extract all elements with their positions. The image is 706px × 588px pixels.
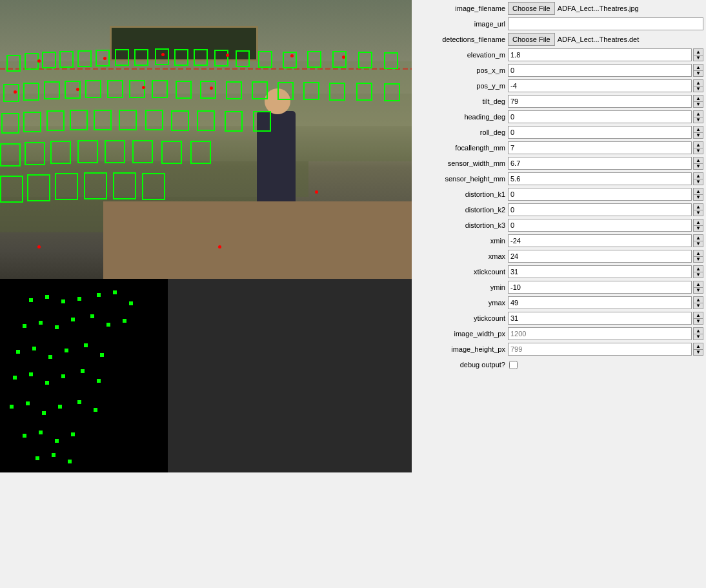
image-width-px-input[interactable] [508,327,692,340]
focallength-mm-up[interactable]: ▲ [693,141,703,148]
det-box [25,53,39,70]
ymin-down[interactable]: ▼ [693,287,703,294]
det-box [142,173,165,200]
pos-x-m-label: pos_x_m [414,66,508,74]
elevation-m-down[interactable]: ▼ [693,55,703,61]
roll-deg-input[interactable] [508,126,692,139]
scatter-point [68,460,72,463]
scatter-point [123,319,126,323]
xmax-input[interactable] [508,250,692,263]
heading-deg-input[interactable] [508,110,692,123]
distortion-k2-input[interactable] [508,203,692,216]
det-box [3,84,19,102]
sensor-height-mm-label: sensor_height_mm [414,175,508,183]
pos-y-m-up[interactable]: ▲ [693,79,703,86]
detections-filename-label: detections_filename [414,35,508,43]
ytickcount-input[interactable] [508,312,692,325]
image-height-px-input[interactable] [508,343,692,356]
detections-filename-wrap: Choose File ADFA_Lect...Theatres.det [508,33,703,46]
image-filename-btn[interactable]: Choose File [508,2,555,15]
image-height-px-up[interactable]: ▲ [693,343,703,349]
ymax-up[interactable]: ▲ [693,296,703,303]
ytickcount-down[interactable]: ▼ [693,318,703,325]
image-height-px-down[interactable]: ▼ [693,349,703,356]
heading-deg-down[interactable]: ▼ [693,117,703,123]
scatter-point [71,432,75,436]
pos-x-m-down[interactable]: ▼ [693,70,703,77]
xmin-input[interactable] [508,234,692,247]
tilt-deg-up[interactable]: ▲ [693,95,703,101]
detections-filename-btn[interactable]: Choose File [508,33,555,46]
tilt-deg-input[interactable] [508,95,692,108]
pos-y-m-input[interactable] [508,79,692,92]
scatter-point [35,456,39,460]
bottom-area [0,279,412,472]
distortion-k1-row: distortion_k1 ▲ ▼ [414,187,703,201]
red-dot [37,245,41,248]
pos-x-m-up[interactable]: ▲ [693,64,703,70]
distortion-k3-input[interactable] [508,219,692,232]
xtickcount-up[interactable]: ▲ [693,265,703,272]
scatter-point [13,376,17,380]
det-box [236,50,250,67]
det-box [0,176,23,203]
focallength-mm-input[interactable] [508,141,692,154]
sensor-width-mm-wrap: ▲ ▼ [508,157,703,170]
det-box [307,51,321,68]
xmax-up[interactable]: ▲ [693,250,703,256]
main-image-area [0,0,412,279]
ymin-up[interactable]: ▲ [693,281,703,287]
heading-deg-up[interactable]: ▲ [693,110,703,117]
ymax-input[interactable] [508,296,692,309]
sensor-height-mm-input[interactable] [508,172,692,185]
distortion-k1-input[interactable] [508,188,692,201]
det-box [77,140,98,163]
det-box [161,141,182,164]
distortion-k2-up[interactable]: ▲ [693,203,703,210]
xmax-down[interactable]: ▼ [693,256,703,263]
scatter-point [81,369,85,373]
image-filename-wrap: Choose File ADFA_Lect...Theatres.jpg [508,2,703,15]
image-width-px-down[interactable]: ▼ [693,334,703,340]
pos-y-m-down[interactable]: ▼ [693,86,703,92]
sensor-width-mm-up[interactable]: ▲ [693,157,703,163]
scatter-point [77,297,81,301]
image-url-input[interactable] [508,17,703,30]
elevation-m-spinner: ▲ ▼ [693,48,703,61]
ymax-down[interactable]: ▼ [693,303,703,309]
xtickcount-input[interactable] [508,265,692,278]
distortion-k1-down[interactable]: ▼ [693,194,703,201]
det-box [283,52,297,68]
xmin-down[interactable]: ▼ [693,241,703,247]
xtickcount-down[interactable]: ▼ [693,272,703,278]
distortion-k3-down[interactable]: ▼ [693,225,703,232]
sensor-height-mm-down[interactable]: ▼ [693,179,703,185]
tilt-deg-down[interactable]: ▼ [693,101,703,108]
det-box [225,111,243,132]
red-dot [142,86,145,89]
distortion-k2-spinner: ▲ ▼ [693,203,703,216]
det-box [119,110,137,130]
xmin-up[interactable]: ▲ [693,234,703,241]
ytickcount-up[interactable]: ▲ [693,312,703,318]
sensor-height-mm-up[interactable]: ▲ [693,172,703,179]
image-height-px-spinner: ▲ ▼ [693,343,703,356]
det-box [277,82,294,100]
elevation-m-up[interactable]: ▲ [693,48,703,55]
ymin-input[interactable] [508,281,692,294]
distortion-k2-down[interactable]: ▼ [693,210,703,216]
roll-deg-down[interactable]: ▼ [693,132,703,139]
sensor-width-mm-down[interactable]: ▼ [693,163,703,170]
roll-deg-up[interactable]: ▲ [693,126,703,132]
sensor-width-mm-input[interactable] [508,157,692,170]
det-box [96,50,110,66]
scatter-point [23,434,26,438]
distortion-k3-up[interactable]: ▲ [693,219,703,225]
ytickcount-row: ytickcount ▲ ▼ [414,311,703,325]
distortion-k1-up[interactable]: ▲ [693,188,703,194]
pos-x-m-input[interactable] [508,64,692,77]
elevation-m-input[interactable] [508,48,692,61]
debug-output-checkbox[interactable] [509,361,518,369]
image-width-px-up[interactable]: ▲ [693,327,703,334]
focallength-mm-down[interactable]: ▼ [693,148,703,154]
